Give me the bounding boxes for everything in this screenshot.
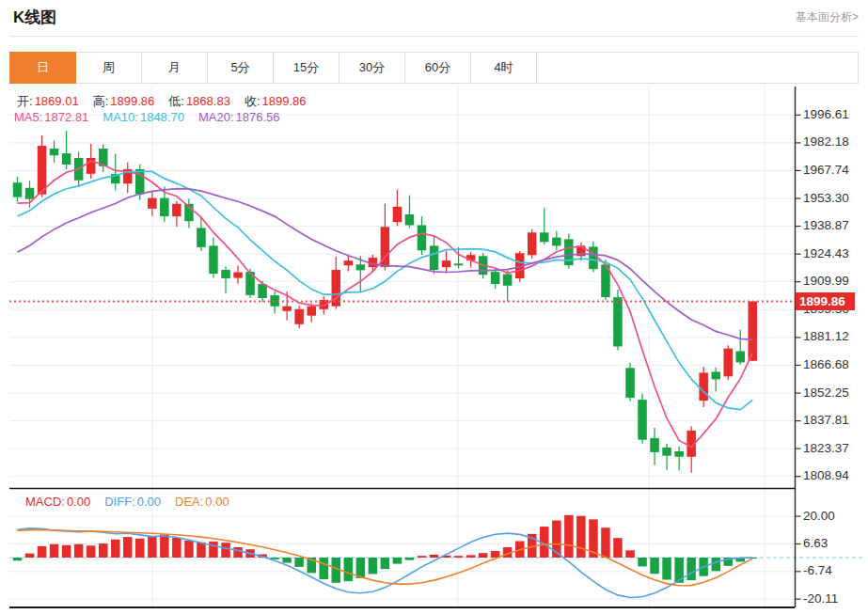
macd-bar [294, 558, 304, 567]
price-axis-label: 1837.81 [803, 413, 849, 427]
price-axis-label: 1909.99 [803, 274, 849, 288]
macd-bar [74, 544, 84, 558]
candle-body [221, 270, 230, 278]
candle-body [258, 284, 267, 298]
macd-label-0: MACD: [25, 495, 65, 509]
candle-body [393, 207, 402, 222]
candle-body [552, 238, 561, 246]
candle-body [38, 146, 47, 195]
candle-body [650, 438, 659, 452]
ma-segment-2: MA20:1876.56 [198, 110, 280, 124]
ma-value-0: 1872.81 [44, 110, 88, 124]
candle-body [540, 232, 549, 242]
macd-bar [25, 554, 35, 558]
ma-label-2: MA20: [198, 110, 234, 124]
ohlc-readout: 开:1869.01高:1899.86低:1868.83收:1899.86 [17, 93, 321, 110]
macd-bar [160, 534, 169, 558]
candle-body [50, 149, 59, 155]
macd-bar [405, 558, 415, 560]
macd-bar [87, 545, 96, 558]
candle-body [724, 349, 734, 377]
candle-body [209, 245, 218, 274]
macd-bar [601, 527, 610, 558]
candle-body [430, 245, 439, 270]
macd-label-1: DIFF: [104, 495, 135, 509]
kline-chart-canvas[interactable]: 1996.611982.181967.741953.301938.871924.… [0, 0, 868, 614]
macd-value-1: 0.00 [137, 495, 161, 509]
macd-value-0: 0.00 [67, 495, 90, 509]
macd-bar [344, 558, 354, 581]
ohlc-label-2: 低: [168, 94, 184, 108]
macd-bar [662, 558, 671, 580]
macd-bar [320, 558, 329, 579]
last-price-badge-value: 1899.86 [799, 294, 845, 308]
ohlc-segment-2: 低:1868.83 [168, 94, 230, 108]
macd-bar [454, 556, 464, 558]
candle-body [503, 275, 513, 286]
macd-bar [650, 558, 659, 574]
macd-axis-label: -20.11 [803, 591, 838, 606]
candle-body [160, 198, 169, 217]
candle-body [528, 232, 537, 255]
macd-bar [638, 558, 647, 566]
price-axis-label: 1852.25 [803, 386, 849, 400]
macd-bar [712, 558, 721, 571]
candle-body [282, 307, 292, 311]
ma-label-1: MA10: [103, 110, 138, 124]
macd-bar [576, 516, 586, 558]
macd-bar [687, 558, 696, 580]
candle-body [294, 309, 304, 324]
macd-bar [381, 558, 390, 569]
macd-bar [135, 539, 145, 558]
macd-segment-2: DEA:0.00 [175, 495, 229, 509]
candle-body [233, 273, 242, 278]
candle-body [344, 260, 354, 265]
macd-bar [625, 550, 635, 558]
price-axis-label: 1823.37 [803, 441, 849, 455]
price-axis-label: 1967.74 [803, 163, 849, 177]
macd-value-2: 0.00 [205, 495, 229, 509]
candle-body [454, 263, 464, 265]
ma-readout: MA5:1872.81MA10:1848.70MA20:1876.56 [14, 110, 294, 124]
ohlc-segment-0: 开:1869.01 [17, 94, 79, 108]
macd-bar [99, 543, 108, 558]
macd-bar [233, 547, 242, 558]
macd-bar [430, 555, 439, 558]
candle-body [589, 246, 598, 269]
candle-body [172, 204, 181, 216]
candle-body [662, 448, 671, 456]
candle-body [308, 307, 317, 316]
macd-bar [184, 541, 194, 558]
macd-bar [369, 558, 378, 575]
candle-body [625, 368, 635, 398]
macd-segment-0: MACD:0.00 [25, 495, 90, 509]
macd-axis-label: 20.00 [803, 509, 835, 523]
ma-label-0: MA5: [14, 110, 42, 124]
macd-bar [13, 558, 22, 560]
macd-axis-label: -6.74 [803, 563, 832, 577]
macd-readout: MACD:0.00DIFF:0.00DEA:0.00 [25, 495, 244, 509]
macd-bar [148, 536, 157, 558]
macd-bar [221, 543, 230, 558]
macd-segment-1: DIFF:0.00 [104, 495, 161, 509]
macd-bar [172, 538, 181, 558]
candle-body [405, 214, 415, 226]
kline-widget: K线图 基本面分析> 日周月5分15分30分60分4时 1996.611982.… [0, 0, 868, 614]
macd-bar [62, 545, 71, 558]
ohlc-label-0: 开: [17, 94, 33, 108]
macd-bar [466, 555, 476, 558]
candle-body [699, 372, 708, 401]
price-axis-label: 1808.94 [803, 468, 849, 482]
ohlc-value-1: 1899.86 [110, 94, 154, 108]
ohlc-label-1: 高: [93, 94, 109, 108]
price-axis-label: 1938.87 [803, 218, 849, 232]
candle-body [736, 352, 746, 363]
candle-body [197, 228, 206, 247]
ma-value-1: 1848.70 [140, 110, 184, 124]
price-axis-label: 1924.43 [803, 246, 849, 260]
candle-body [674, 451, 684, 457]
macd-axis-label: 6.63 [803, 536, 828, 550]
price-axis-label: 1953.30 [803, 191, 849, 205]
macd-bar [38, 546, 47, 558]
candle-body [13, 182, 22, 197]
